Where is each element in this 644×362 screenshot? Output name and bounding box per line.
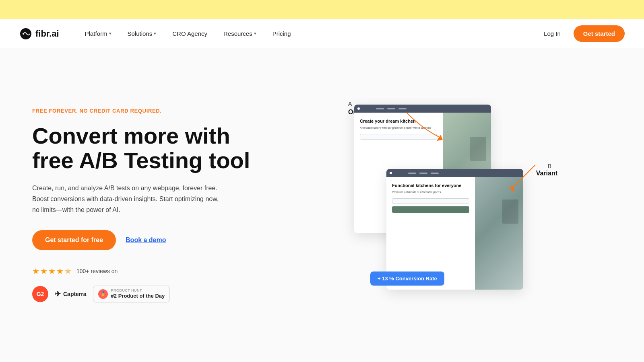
label-variant: Variant xyxy=(536,170,557,177)
mockup-variant-title: Functional kitchens for everyone xyxy=(392,183,469,189)
mockup-original-subtitle: Affordable luxury with our premium shake… xyxy=(360,126,437,130)
hero-description: Create, run, and analyze A/B tests on an… xyxy=(32,183,225,216)
mockup-variant-nav-links xyxy=(408,173,439,174)
mockup-link-2 xyxy=(387,108,395,109)
mockup-variant-submit xyxy=(392,206,469,213)
nav-actions: Log In Get started xyxy=(537,25,625,42)
mockup-original-input xyxy=(360,134,437,140)
hero-reviews: ★ ★ ★ ★ ★ 100+ reviews on xyxy=(32,266,266,276)
mockup-logo-dot xyxy=(357,107,360,110)
nav-links: Platform ▾ Solutions ▾ CRO Agency Resour… xyxy=(78,27,537,40)
mockup-link-1 xyxy=(376,108,384,109)
mockup-variant-image xyxy=(475,177,523,290)
hero-illustration: A Original Create your dream kitchen Aff… xyxy=(290,105,612,306)
mockup-link-3 xyxy=(398,108,407,109)
star-1: ★ xyxy=(32,266,39,276)
mockup-navbar-variant xyxy=(386,169,523,177)
star-5-half: ★ xyxy=(64,266,72,276)
logo[interactable]: fibr.ai xyxy=(19,27,59,40)
nav-cro-agency[interactable]: CRO Agency xyxy=(166,27,214,40)
capterra-badge: ✈ Capterra xyxy=(55,290,87,298)
ph-medal-icon: 🏅 xyxy=(98,289,108,299)
mockup-variant-subtitle: Premium cabineats at affordable prices xyxy=(392,190,469,194)
mockup-variant-link-2 xyxy=(419,173,427,174)
nav-solutions[interactable]: Solutions ▾ xyxy=(121,27,163,40)
mockup-original-title: Create your dream kitchen xyxy=(360,118,437,124)
hero-cta-primary[interactable]: Get started for free xyxy=(32,230,116,250)
get-started-button[interactable]: Get started xyxy=(574,25,625,42)
reviews-count: 100+ reviews on xyxy=(76,268,118,274)
conversion-rate-badge: + 13 % Conversion Rate xyxy=(370,272,444,286)
chevron-down-icon: ▾ xyxy=(254,31,256,36)
star-3: ★ xyxy=(48,266,56,276)
top-banner xyxy=(0,0,644,19)
star-2: ★ xyxy=(40,266,47,276)
mockup-variant-link-3 xyxy=(431,173,439,174)
hero-section: FREE FOREVER. NO CREDIT CARD REQUIRED. C… xyxy=(0,48,644,362)
star-4: ★ xyxy=(56,266,64,276)
label-b: B xyxy=(548,163,551,169)
chevron-down-icon: ▾ xyxy=(154,31,156,36)
mockup-variant-link-1 xyxy=(408,173,416,174)
label-a: A xyxy=(348,101,352,107)
login-button[interactable]: Log In xyxy=(537,27,567,40)
svg-point-1 xyxy=(23,33,24,35)
hero-ctas: Get started for free Book a demo xyxy=(32,230,266,250)
nav-platform[interactable]: Platform ▾ xyxy=(78,27,118,40)
hero-title: Convert more with free A/B Testing tool xyxy=(32,123,266,173)
hero-badge: FREE FOREVER. NO CREDIT CARD REQUIRED. xyxy=(32,108,266,114)
chevron-down-icon: ▾ xyxy=(109,31,111,36)
mockup-variant-input xyxy=(392,198,469,204)
g2-badge: G2 xyxy=(32,286,48,302)
hero-left: FREE FOREVER. NO CREDIT CARD REQUIRED. C… xyxy=(32,108,266,302)
hero-cta-secondary[interactable]: Book a demo xyxy=(126,237,166,244)
navbar: fibr.ai Platform ▾ Solutions ▾ CRO Agenc… xyxy=(0,19,644,48)
ph-badge-text: PRODUCT HUNT #2 Product of the Day xyxy=(111,288,165,300)
mockup-variant-logo-dot xyxy=(390,172,392,174)
nav-resources[interactable]: Resources ▾ xyxy=(217,27,263,40)
nav-pricing[interactable]: Pricing xyxy=(266,27,297,40)
mockup-nav-links xyxy=(376,108,407,109)
product-hunt-badge: 🏅 PRODUCT HUNT #2 Product of the Day xyxy=(93,286,170,303)
mockup-navbar-original xyxy=(354,105,491,113)
review-platform-badges: G2 ✈ Capterra 🏅 PRODUCT HUNT #2 Product … xyxy=(32,286,266,303)
ab-test-illustration: A Original Create your dream kitchen Aff… xyxy=(346,105,555,306)
star-rating: ★ ★ ★ ★ ★ xyxy=(32,266,72,276)
capterra-icon: ✈ xyxy=(55,290,61,298)
fibr-logo-icon xyxy=(19,27,32,40)
